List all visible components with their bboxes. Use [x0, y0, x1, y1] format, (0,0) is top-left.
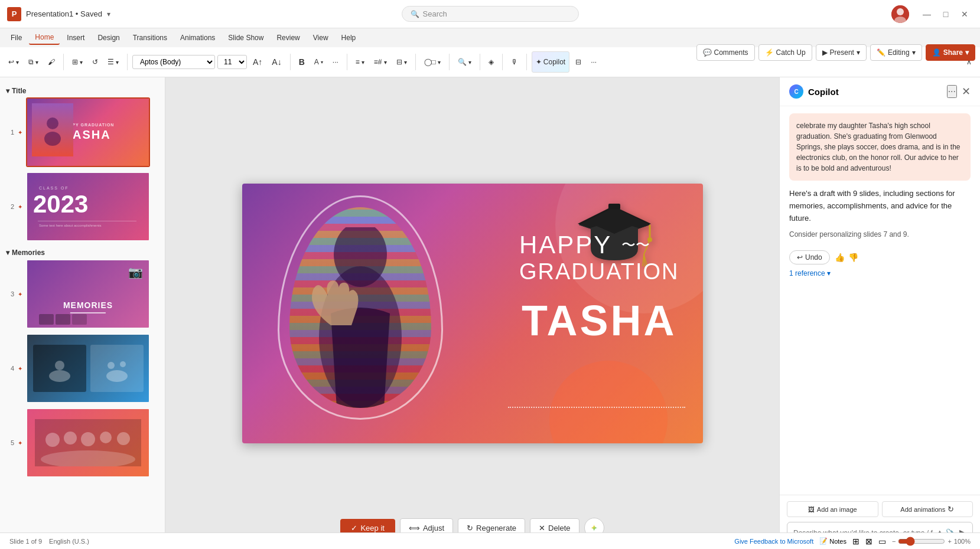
- numbering-button[interactable]: ≡# ▾: [370, 51, 390, 73]
- more-ribbon-button[interactable]: ···: [587, 51, 600, 73]
- slide-canvas: HAPPY 〜〜 GRADUATION TASHA: [242, 184, 703, 443]
- slide-item-5[interactable]: 5 ✦: [5, 408, 160, 478]
- notes-button[interactable]: 📝 Notes: [819, 537, 846, 545]
- slide-thumb-2[interactable]: CLASS OF 2023 Some text here about accom…: [26, 172, 150, 241]
- undo-button[interactable]: ↩ ▾: [5, 51, 22, 73]
- slide-sorter-button[interactable]: ⊠: [865, 537, 872, 546]
- more-text-button[interactable]: ···: [329, 51, 342, 73]
- section-button[interactable]: ☰ ▾: [104, 51, 122, 73]
- font-color-button[interactable]: A ▾: [311, 51, 327, 73]
- find-button[interactable]: 🔍 ▾: [454, 51, 475, 73]
- undo-button[interactable]: ↩ Undo: [789, 250, 830, 264]
- search-bar[interactable]: 🔍 Search: [402, 6, 579, 22]
- grow-font-button[interactable]: A↑: [249, 51, 266, 73]
- mic-button[interactable]: 🎙: [507, 51, 522, 73]
- slide-item-2[interactable]: 2 ✦ CLASS OF 2023 Some text here about a…: [5, 172, 160, 241]
- copilot-more-button[interactable]: ···: [947, 85, 957, 98]
- slide-thumb-1[interactable]: HAPPY GRADUATION TASHA: [26, 97, 150, 167]
- bullets-button[interactable]: ≡ ▾: [352, 51, 368, 73]
- slide-name-text: TASHA: [519, 296, 679, 345]
- menu-animations[interactable]: Animations: [174, 31, 221, 44]
- zoom-out-icon[interactable]: −: [892, 538, 896, 545]
- slide-item-1[interactable]: 1 ✦ HAPPY GRADUATION TASHA: [5, 97, 160, 167]
- menu-design[interactable]: Design: [92, 31, 125, 44]
- ai-note-text: Consider personalizing slides 7 and 9.: [789, 229, 971, 240]
- svg-point-1: [897, 8, 904, 15]
- slide-num-4: 4: [5, 365, 14, 372]
- present-button[interactable]: ▶ Present ▾: [816, 44, 867, 61]
- copilot-actions-row: 🖼 Add an image Add animations ↻: [787, 501, 973, 517]
- add-animations-button[interactable]: Add animations ↻: [882, 501, 974, 517]
- slide-thumb-5[interactable]: [26, 408, 150, 478]
- menu-transitions[interactable]: Transitions: [127, 31, 173, 44]
- menu-insert[interactable]: Insert: [61, 31, 90, 44]
- font-family-selector[interactable]: Aptos (Body): [132, 55, 215, 69]
- copilot-ribbon-button[interactable]: ✦ Copilot: [532, 51, 569, 73]
- format-painter-button[interactable]: 🖌: [44, 51, 58, 73]
- svg-point-7: [108, 362, 115, 369]
- slide-star-4: ✦: [18, 365, 22, 372]
- reference-text: 1 reference: [789, 269, 825, 277]
- avatar[interactable]: [891, 5, 909, 23]
- svg-point-3: [47, 117, 58, 129]
- thumbs-up-button[interactable]: 👍: [835, 253, 845, 262]
- section-title[interactable]: ▾ Title: [5, 84, 160, 97]
- editing-button[interactable]: ✏️ Editing ▾: [870, 44, 922, 61]
- slide-star-2: ✦: [18, 204, 22, 210]
- menu-home[interactable]: Home: [29, 31, 60, 45]
- sensitivity-button[interactable]: ⊟: [572, 51, 585, 73]
- comments-button[interactable]: 💬 Comments: [696, 44, 755, 61]
- notes-icon: 📝: [819, 537, 828, 545]
- separator-5: [415, 54, 416, 70]
- add-image-label: Add an image: [817, 506, 857, 513]
- menu-slideshow[interactable]: Slide Show: [222, 31, 269, 44]
- share-button[interactable]: 👤 Share ▾: [926, 44, 975, 61]
- menu-help[interactable]: Help: [336, 31, 362, 44]
- share-dropdown-icon: ▾: [965, 48, 969, 57]
- font-size-selector[interactable]: 11: [217, 55, 247, 69]
- reading-view-button[interactable]: ▭: [878, 537, 886, 546]
- copilot-close-button[interactable]: ✕: [962, 85, 971, 98]
- alignment-button[interactable]: ⊟ ▾: [393, 51, 411, 73]
- reference-link[interactable]: 1 reference ▾: [789, 269, 971, 277]
- share-icon: 👤: [932, 48, 941, 57]
- clipboard-button[interactable]: ⧉ ▾: [25, 51, 42, 73]
- menu-view[interactable]: View: [307, 31, 334, 44]
- catchup-button[interactable]: ⚡ Catch Up: [758, 44, 812, 61]
- slide-item-4[interactable]: 4 ✦: [5, 334, 160, 403]
- section-title-label: Title: [12, 87, 26, 95]
- title-dropdown-arrow[interactable]: ▾: [107, 10, 110, 18]
- reset-button[interactable]: ↺: [89, 51, 102, 73]
- section-memories[interactable]: ▾ Memories: [5, 246, 160, 259]
- checkmark-icon: ✓: [351, 524, 357, 532]
- editing-dropdown-icon: ▾: [912, 48, 916, 57]
- undo-icon: ↩: [797, 253, 803, 262]
- shrink-font-button[interactable]: A↓: [268, 51, 285, 73]
- feedback-text[interactable]: Give Feedback to Microsoft: [734, 538, 813, 545]
- svg-point-6: [49, 370, 70, 382]
- section-memories-label: Memories: [12, 249, 45, 257]
- designer-button[interactable]: ◈: [485, 51, 497, 73]
- add-image-button[interactable]: 🖼 Add an image: [787, 501, 878, 517]
- svg-rect-23: [608, 204, 620, 210]
- menu-file[interactable]: File: [5, 31, 28, 44]
- zoom-slider[interactable]: [898, 537, 945, 546]
- maximize-button[interactable]: □: [937, 6, 954, 22]
- ribbon-area: File Home Insert Design Transitions Anim…: [0, 28, 980, 77]
- slide-thumb-3[interactable]: 📷 MEMORIES: [26, 259, 150, 329]
- minimize-button[interactable]: —: [919, 6, 935, 22]
- bold-button[interactable]: B: [295, 51, 308, 73]
- zoom-in-icon[interactable]: +: [948, 538, 951, 545]
- separator-8: [502, 54, 503, 70]
- thumbs-down-button[interactable]: 👎: [848, 253, 858, 262]
- normal-view-button[interactable]: ⊞: [852, 537, 859, 546]
- close-button[interactable]: ✕: [956, 6, 973, 22]
- slide-info: Slide 1 of 9: [9, 538, 42, 545]
- slide-item-3[interactable]: 3 ✦ 📷 MEMORIES: [5, 259, 160, 329]
- slide-layout-button[interactable]: ⊞ ▾: [69, 51, 86, 73]
- menu-review[interactable]: Review: [271, 31, 305, 44]
- shapes-button[interactable]: ◯□ ▾: [421, 51, 444, 73]
- slide-thumb-4[interactable]: [26, 334, 150, 403]
- copilot-header: C Copilot ··· ✕: [780, 77, 980, 106]
- present-icon: ▶: [822, 48, 828, 57]
